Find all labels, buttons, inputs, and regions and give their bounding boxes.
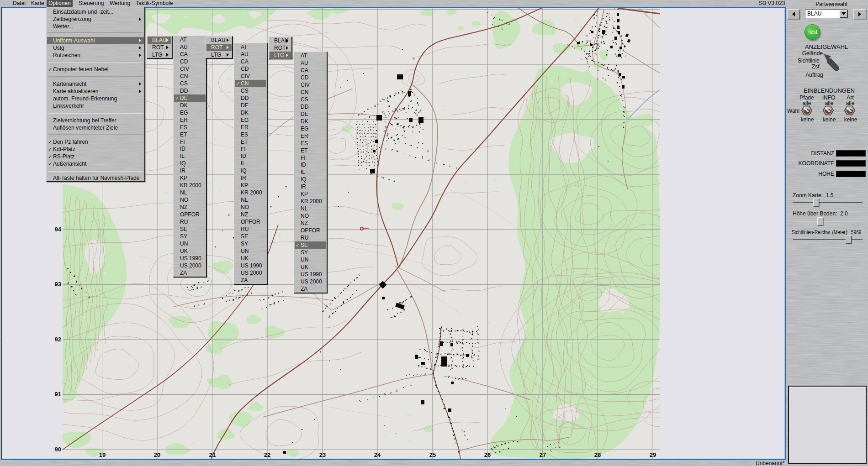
svg-text:19: 19 (99, 451, 106, 458)
svg-text:29: 29 (650, 451, 656, 458)
svg-text:22: 22 (264, 451, 270, 458)
svg-text:28: 28 (594, 451, 601, 458)
svg-text:25: 25 (429, 451, 436, 458)
svg-text:20: 20 (154, 451, 160, 458)
svg-text:27: 27 (540, 451, 546, 458)
svg-text:23: 23 (319, 451, 326, 458)
svg-text:24: 24 (374, 451, 381, 458)
svg-text:26: 26 (484, 451, 491, 458)
svg-text:21: 21 (209, 451, 216, 458)
